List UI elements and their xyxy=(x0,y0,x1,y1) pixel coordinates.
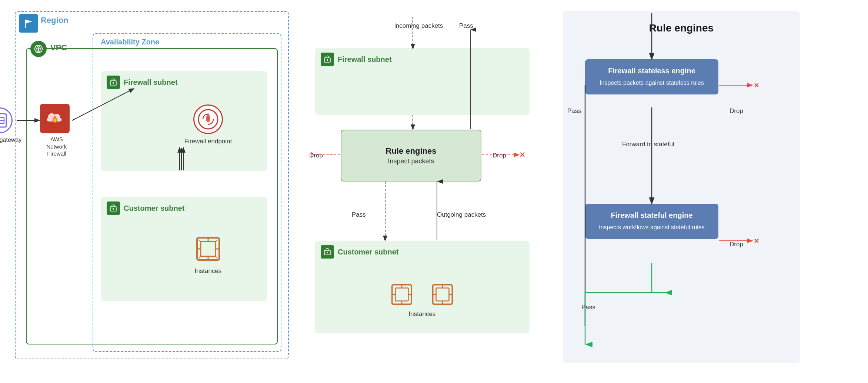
svg-line-16 xyxy=(199,256,201,258)
diagram-container: Region Availability Zone VPC xyxy=(0,0,868,383)
firewall-subnet-box: Firewall subnet xyxy=(101,71,267,171)
rule-engines-right-title: Rule engines xyxy=(570,22,792,34)
drop-right-label: Drop xyxy=(493,152,506,159)
vpc-box: VPC Firewall subnet xyxy=(26,48,278,344)
customer-subnet-icon xyxy=(107,202,120,215)
drop-left-label: Drop xyxy=(309,152,323,159)
instance-icon xyxy=(193,234,223,264)
svg-marker-1 xyxy=(26,20,32,23)
region-flag-icon xyxy=(19,14,38,33)
igw-icon xyxy=(0,107,13,133)
left-diagram: Region Availability Zone VPC xyxy=(15,11,289,363)
right-diagram: Rule engines Firewall stateless engine I… xyxy=(563,11,800,363)
firewall-subnet-mid-label: Firewall subnet xyxy=(338,55,392,64)
drop-stateful-label: Drop xyxy=(730,241,743,248)
igw-label: Internet gateway xyxy=(0,136,21,144)
firewall-subnet-mid-icon xyxy=(321,53,334,66)
middle-diagram: Firewall subnet Customer subnet xyxy=(311,11,541,363)
svg-line-15 xyxy=(216,240,217,242)
incoming-packets-label: incoming packets xyxy=(394,22,443,30)
svg-rect-9 xyxy=(201,242,216,256)
rule-engines-mid-title: Rule engines xyxy=(386,146,437,156)
forward-to-stateful-label: Forward to stateful xyxy=(622,141,674,148)
pass-top-label: Pass xyxy=(459,22,473,30)
svg-text:✕: ✕ xyxy=(754,82,759,89)
rule-engines-mid-subtitle: Inspect packets xyxy=(388,157,434,165)
customer-subnet-mid: Customer subnet xyxy=(315,241,530,333)
stateless-engine-subtitle: Inspects packets against stateless rules xyxy=(592,79,711,87)
anfw-icon xyxy=(40,104,70,133)
stateful-engine-title: Firewall stateful engine xyxy=(592,211,711,220)
instances-mid xyxy=(315,263,530,307)
firewall-subnet-mid: Firewall subnet xyxy=(315,48,530,115)
firewall-endpoint-icon xyxy=(193,104,223,134)
svg-text:✕: ✕ xyxy=(754,237,759,245)
svg-line-17 xyxy=(216,256,217,258)
az-label: Availability Zone xyxy=(101,38,159,46)
svg-rect-0 xyxy=(25,20,26,28)
firewall-subnet-icon xyxy=(107,76,120,89)
svg-point-28 xyxy=(327,59,328,61)
firewall-endpoint-label: Firewall endpoint xyxy=(184,138,232,145)
stateful-engine-box: Firewall stateful engine Inspects workfl… xyxy=(585,204,718,239)
stateful-engine-subtitle: Inspects workflows against stateful rule… xyxy=(592,223,711,232)
anfw-label: AWS Network Firewall xyxy=(40,136,73,157)
region-label: Region xyxy=(41,16,69,25)
anfw-container: AWS Network Firewall xyxy=(40,104,73,157)
igw-container: Internet gateway xyxy=(0,107,21,144)
svg-rect-38 xyxy=(436,288,449,301)
svg-line-14 xyxy=(199,240,201,242)
vpc-icon xyxy=(30,41,47,57)
stateless-engine-box: Firewall stateless engine Inspects packe… xyxy=(585,59,718,94)
rule-engines-mid: Rule engines Inspect packets xyxy=(341,130,481,181)
pass-bottom-label: Pass xyxy=(352,211,366,219)
svg-point-7 xyxy=(113,208,114,210)
instances-container: Instances xyxy=(149,219,267,275)
instances-label: Instances xyxy=(195,267,222,275)
svg-rect-32 xyxy=(395,288,408,301)
svg-point-30 xyxy=(327,252,328,253)
customer-subnet-mid-icon xyxy=(321,245,334,259)
pass-bottom-right-label: Pass xyxy=(581,304,595,311)
customer-subnet-mid-label: Customer subnet xyxy=(338,248,398,256)
outgoing-packets-label: Outgoing packets xyxy=(437,211,486,219)
drop-stateless-label: Drop xyxy=(730,107,743,115)
customer-subnet-box: Customer subnet xyxy=(101,197,267,301)
pass-stateless-label: Pass xyxy=(567,107,581,115)
firewall-subnet-label: Firewall subnet xyxy=(124,78,178,87)
instances-mid-label: Instances xyxy=(409,310,436,317)
svg-point-4 xyxy=(113,82,114,84)
customer-subnet-label: Customer subnet xyxy=(124,204,184,213)
stateless-engine-title: Firewall stateless engine xyxy=(592,67,711,75)
svg-text:✕: ✕ xyxy=(519,151,525,159)
vpc-label: VPC xyxy=(50,43,67,53)
firewall-endpoint-container: Firewall endpoint xyxy=(149,93,267,145)
